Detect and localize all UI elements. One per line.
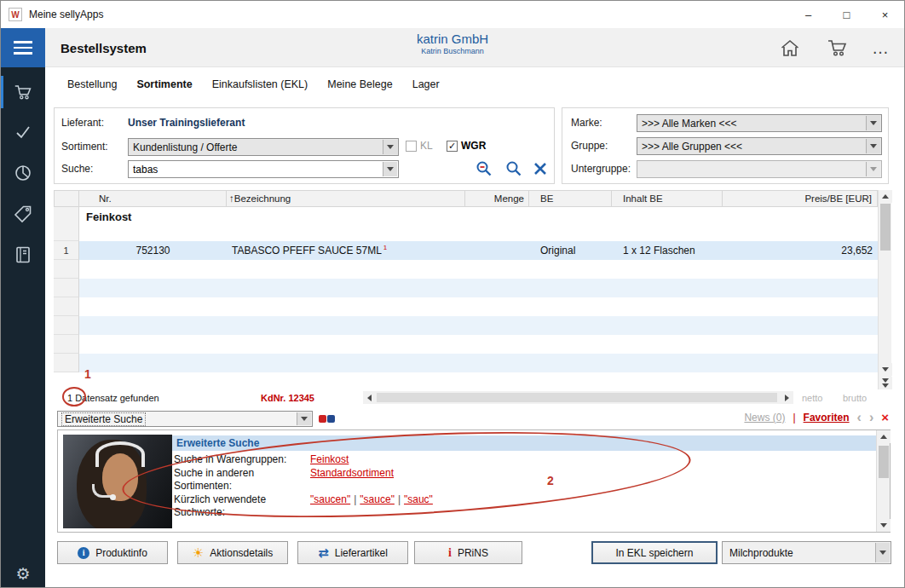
gruppe-label: Gruppe: — [571, 140, 608, 152]
settings-gear-icon[interactable]: ⚙ — [1, 558, 45, 588]
netto-toggle[interactable]: netto — [802, 393, 822, 403]
tab-lager[interactable]: Lager — [412, 77, 440, 92]
hamburger-menu-icon[interactable] — [1, 28, 45, 67]
link-divider: | — [793, 412, 795, 424]
marke-dropdown[interactable]: >>> Alle Marken <<< — [637, 114, 882, 132]
table-empty-row[interactable] — [54, 279, 878, 297]
cell-preis: 23,652 — [723, 241, 878, 260]
sidebar-tag-icon[interactable] — [1, 199, 45, 229]
module-title: Bestellsystem — [61, 28, 147, 67]
nav-back-icon[interactable]: ‹ — [857, 412, 862, 423]
column-header-rowindex — [54, 190, 79, 207]
kl-checkbox-box[interactable] — [406, 141, 417, 152]
scroll-up-button[interactable] — [879, 190, 892, 203]
wgr-checkbox-box[interactable]: ✓ — [447, 141, 458, 152]
dropdown-arrow-icon[interactable] — [383, 162, 397, 176]
quick-search-icon[interactable] — [318, 412, 337, 429]
scroll-left-button[interactable] — [363, 391, 376, 404]
scroll-down-button[interactable] — [879, 363, 892, 376]
aktionsdetails-button[interactable]: ☀ Aktionsdetails — [177, 541, 288, 564]
search-icon[interactable] — [504, 159, 523, 182]
prins-button[interactable]: i PRiNS — [414, 541, 522, 564]
scrollbar-thumb[interactable] — [880, 204, 891, 251]
column-header-inhalt-be[interactable]: Inhalt BE — [612, 190, 723, 207]
table-row-tabasco[interactable]: 1 752130 TABASCO PFEFF SAUCE 57ML1 Origi… — [54, 241, 878, 260]
tab-sortimente[interactable]: Sortimente — [136, 77, 192, 92]
sidebar-piechart-icon[interactable] — [1, 158, 45, 188]
wgr-checkbox[interactable]: ✓ WGR — [447, 140, 486, 152]
sidebar-catalog-icon[interactable] — [1, 239, 45, 270]
dropdown-arrow-icon[interactable] — [866, 139, 880, 153]
tab-bestellung[interactable]: Bestellung — [67, 77, 117, 92]
produktinfo-button[interactable]: i Produktinfo — [57, 541, 168, 564]
row-label: Suche in anderen Sortimenten: — [174, 467, 310, 493]
gruppe-dropdown[interactable]: >>> Alle Gruppen <<< — [637, 137, 882, 155]
close-panel-icon[interactable]: × — [881, 412, 889, 423]
customer-number: KdNr. 12345 — [261, 393, 314, 403]
lieferartikel-button[interactable]: ⇄ Lieferartikel — [297, 541, 408, 564]
sidebar-check-icon[interactable] — [1, 117, 45, 147]
scroll-down-button[interactable] — [877, 519, 891, 532]
suche-label: Suche: — [61, 163, 93, 175]
table-empty-row[interactable] — [54, 260, 878, 279]
vertical-scrollbar[interactable] — [878, 190, 891, 389]
home-icon[interactable] — [776, 35, 804, 61]
warengruppe-link[interactable]: Feinkost — [310, 453, 349, 465]
sortiment-link[interactable]: Standardsortiment — [310, 467, 394, 479]
dropdown-arrow-icon[interactable] — [866, 116, 880, 130]
maximize-button[interactable]: □ — [827, 1, 866, 28]
more-menu-icon[interactable]: … — [867, 35, 894, 61]
recent-search-link[interactable]: "sauc" — [404, 493, 433, 505]
table-empty-row[interactable] — [54, 316, 878, 335]
column-header-menge[interactable]: Menge — [465, 190, 529, 207]
untergruppe-dropdown — [637, 160, 882, 178]
recent-search-link[interactable]: "saucen" — [310, 493, 350, 505]
scroll-to-end-button[interactable] — [879, 377, 892, 389]
search-input[interactable] — [133, 164, 381, 176]
horizontal-scrollbar[interactable] — [363, 391, 793, 404]
scrollbar-thumb[interactable] — [377, 393, 777, 402]
close-button[interactable]: × — [866, 1, 904, 28]
column-header-nr[interactable]: Nr. — [79, 190, 227, 207]
sortiment-dropdown[interactable]: Kundenlistung / Offerte — [128, 138, 399, 156]
table-empty-row[interactable] — [54, 354, 878, 372]
dropdown-arrow-icon[interactable] — [297, 412, 311, 425]
kl-checkbox[interactable]: KL — [406, 140, 433, 152]
table-header-row: Nr. ↑Bezeichnung Menge BE Inhalt BE Prei… — [54, 190, 878, 207]
check-icon: ✓ — [448, 141, 456, 151]
scrollbar-thumb[interactable] — [879, 446, 889, 478]
ekl-speichern-button[interactable]: In EKL speichern — [591, 541, 718, 564]
milchprodukte-dropdown[interactable]: Milchprodukte — [722, 541, 891, 564]
column-header-preis[interactable]: Preis/BE [EUR] — [723, 190, 878, 207]
scroll-right-button[interactable] — [781, 391, 793, 404]
panel-scrollbar[interactable] — [876, 430, 890, 532]
column-header-be[interactable]: BE — [529, 190, 612, 207]
search-combobox[interactable] — [128, 160, 399, 178]
search-filter-icon[interactable] — [475, 159, 493, 182]
favoriten-link[interactable]: Favoriten — [804, 412, 850, 424]
row-header-cell — [54, 207, 79, 241]
sortiment-label: Sortiment: — [61, 141, 108, 153]
table-empty-row[interactable] — [54, 335, 878, 354]
column-header-bezeichnung[interactable]: ↑Bezeichnung — [227, 190, 465, 207]
group-header-row: Feinkost — [54, 207, 878, 241]
tab-einkaufslisten[interactable]: Einkaufslisten (EKL) — [212, 77, 308, 92]
info-icon: i — [78, 547, 89, 559]
table-empty-row[interactable] — [54, 297, 878, 316]
dropdown-arrow-icon[interactable] — [383, 140, 397, 154]
panel-row-warengruppen: Suche in Warengruppen: Feinkost — [174, 453, 864, 466]
cart-icon[interactable] — [824, 35, 851, 61]
sidebar-cart-icon[interactable] — [1, 77, 45, 107]
dropdown-arrow-icon[interactable] — [875, 543, 890, 562]
clear-search-icon[interactable] — [532, 160, 549, 181]
app-header: Bestellsystem katrin GmbH Katrin Buschma… — [1, 28, 904, 67]
brutto-toggle[interactable]: brutto — [843, 393, 867, 403]
recent-search-link[interactable]: "sauce" — [360, 493, 395, 505]
tab-meine-belege[interactable]: Meine Belege — [327, 77, 392, 92]
extended-search-dropdown[interactable]: Erweiterte Suche — [57, 411, 313, 427]
cell-nr: 752130 — [79, 241, 227, 260]
minimize-button[interactable]: – — [789, 1, 827, 28]
scroll-up-button[interactable] — [877, 430, 891, 443]
nav-forward-icon[interactable]: › — [869, 412, 873, 423]
news-link[interactable]: News (0) — [744, 412, 785, 424]
